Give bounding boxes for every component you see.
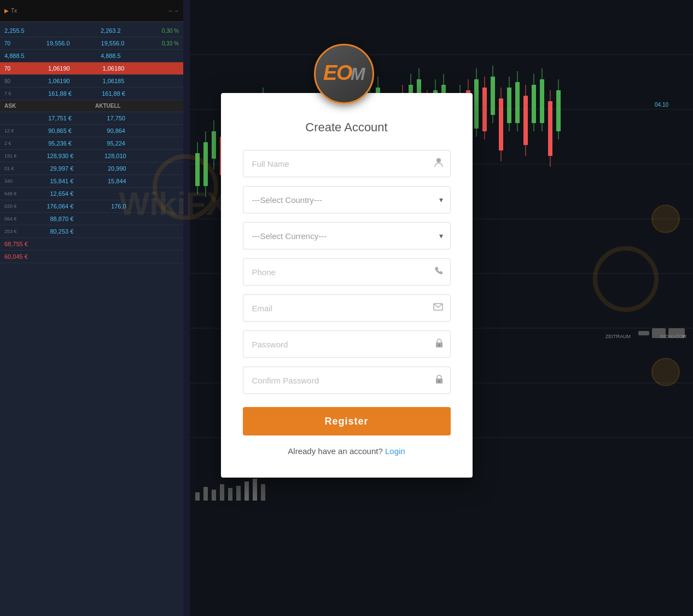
form-title: Create Account [243, 120, 451, 135]
phone-group [243, 258, 451, 286]
confirm-password-group [243, 367, 451, 394]
login-prompt-text: Already have an account? Login [243, 446, 451, 456]
logo: E O M [322, 59, 366, 89]
country-select[interactable]: ---Select Country--- United States Unite… [243, 186, 451, 213]
country-group: ---Select Country--- United States Unite… [243, 186, 451, 213]
svg-text:E: E [323, 61, 338, 84]
logo-container: E O M [314, 44, 380, 109]
password-group [243, 330, 451, 358]
phone-input[interactable] [243, 258, 451, 286]
confirm-password-input[interactable] [243, 367, 451, 394]
currency-group: ---Select Currency--- USD EUR GBP JPY AU… [243, 222, 451, 249]
email-group [243, 294, 451, 322]
login-link[interactable]: Login [385, 446, 405, 456]
fullname-input[interactable] [243, 150, 451, 177]
register-button[interactable]: Register [243, 407, 451, 435]
password-input[interactable] [243, 330, 451, 358]
page-container: E O M Create Account ---Select Country--… [0, 0, 693, 616]
svg-text:M: M [351, 64, 366, 84]
logo-svg: E O M [322, 59, 366, 86]
registration-form-card: Create Account ---Select Country--- Unit… [221, 93, 473, 478]
currency-select[interactable]: ---Select Currency--- USD EUR GBP JPY AU… [243, 222, 451, 249]
fullname-group [243, 150, 451, 177]
logo-circle: E O M [314, 44, 374, 104]
email-input[interactable] [243, 294, 451, 322]
